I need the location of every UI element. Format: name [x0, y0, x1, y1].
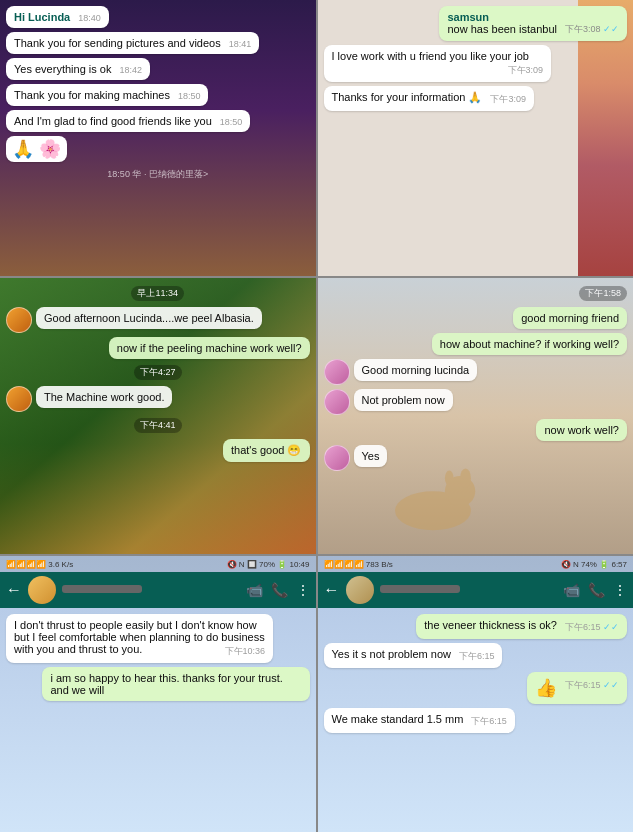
msg-love-work: I love work with u friend you like your …	[324, 45, 552, 82]
msg-good-afternoon-wrap: Good afternoon Lucinda....we peel Albasi…	[6, 307, 310, 333]
cell-bottomleft: 📶📶📶📶 3.6 K/s 🔇 N 🔲 70% 🔋 10:49 ← 📹 📞 ⋮ I…	[0, 556, 316, 832]
timestamp-441: 下午4:41	[134, 418, 182, 433]
msg-thumb-emoji: 👍 下午6:15 ✓✓	[527, 672, 627, 704]
msg-peeling-question: now if the peeling machine work well?	[109, 337, 310, 359]
timestamp-morning: 早上11:34	[131, 286, 184, 301]
phone-icon-6[interactable]: 📞	[588, 582, 605, 598]
status-left-6: 📶📶📶📶 783 B/s	[324, 560, 393, 569]
msg-emoji: 🙏 🌸	[6, 136, 67, 162]
msg-not-problem-wrap: Not problem now	[324, 389, 628, 415]
msg-good-morning-friend: good morning friend	[513, 307, 627, 329]
cell-topright: samsun now has been istanbul 下午3:08 ✓✓ I…	[318, 0, 634, 276]
time-4: 18:50	[178, 91, 201, 101]
cell-middleleft: 早上11:34 Good afternoon Lucinda....we pee…	[0, 278, 316, 554]
msg-now-work-well: now work well?	[536, 419, 627, 441]
time-istanbul: 下午3:08 ✓✓	[565, 23, 619, 36]
cell-middleright: 下午1:58 good morning friend how about mac…	[318, 278, 634, 554]
msg-thanks-info: Thanks for your information 🙏 下午3:09	[324, 86, 534, 111]
contact-name-blur-6	[380, 585, 460, 593]
chat-body-6: the veneer thickness is ok? 下午6:15 ✓✓ Ye…	[318, 608, 634, 832]
phone-icon-5[interactable]: 📞	[271, 582, 288, 598]
main-grid: Hi Lucinda 18:40 Thank you for sending p…	[0, 0, 633, 832]
msg-text-2: Yes everything is ok	[14, 63, 111, 75]
cell-bottomright: 📶📶📶📶 783 B/s 🔇 N 74% 🔋 6:57 ← 📹 📞 ⋮ the …	[318, 556, 634, 832]
chat-area-2: samsun now has been istanbul 下午3:08 ✓✓ I…	[318, 0, 634, 115]
chat-header-5[interactable]: ← 📹 📞 ⋮	[0, 572, 316, 608]
msg-how-machine: how about machine? if working well?	[432, 333, 627, 355]
msg-machine-good: The Machine work good.	[36, 386, 172, 408]
timestamp-427: 下午4:27	[134, 365, 182, 380]
status-right-5: 🔇 N 🔲 70% 🔋 10:49	[227, 560, 310, 569]
msg-yes-wrap: Yes	[324, 445, 628, 471]
msg-hi-lucinda: Hi Lucinda 18:40	[6, 6, 109, 28]
avatar-4b	[324, 389, 350, 415]
chat-body-5: I don't thrust to people easily but I do…	[0, 608, 316, 832]
msg-samsun: samsun now has been istanbul 下午3:08 ✓✓	[439, 6, 627, 41]
contact-info-5	[62, 585, 240, 596]
contact-avatar-5	[28, 576, 56, 604]
chat-area-4: 下午1:58 good morning friend how about mac…	[318, 278, 634, 475]
msg-thrust: I don't thrust to people easily but I do…	[6, 614, 273, 663]
timestamp-158: 下午1:58	[579, 286, 627, 301]
contact-name-blur-5	[62, 585, 142, 593]
time-5: 18:50	[220, 117, 243, 127]
msg-veneer-thickness: the veneer thickness is ok? 下午6:15 ✓✓	[416, 614, 627, 639]
menu-icon-6[interactable]: ⋮	[613, 582, 627, 598]
header-actions-6[interactable]: 📹 📞 ⋮	[563, 582, 627, 598]
msg-yes-not-problem: Yes it s not problem now 下午6:15	[324, 643, 503, 668]
status-bar-6: 📶📶📶📶 783 B/s 🔇 N 74% 🔋 6:57	[318, 556, 634, 572]
menu-icon-5[interactable]: ⋮	[296, 582, 310, 598]
msg-text-3: Thank you for making machines	[14, 89, 170, 101]
avatar-3	[6, 307, 32, 333]
contact-info-6	[380, 585, 558, 596]
msg-happy-hear: i am so happy to hear this. thanks for y…	[42, 667, 309, 701]
back-button-6[interactable]: ←	[324, 581, 340, 599]
video-icon-5[interactable]: 📹	[246, 582, 263, 598]
avatar-4c	[324, 445, 350, 471]
msg-thank-pictures: Thank you for sending pictures and video…	[6, 32, 259, 54]
msg-good-morning-lucinda: Good morning lucinda	[354, 359, 478, 381]
status-bar-5: 📶📶📶📶 3.6 K/s 🔇 N 🔲 70% 🔋 10:49	[0, 556, 316, 572]
chat-area-1: Hi Lucinda 18:40 Thank you for sending p…	[0, 0, 316, 276]
msg-istanbul: now has been istanbul	[447, 23, 556, 35]
chat-area-3: 早上11:34 Good afternoon Lucinda....we pee…	[0, 278, 316, 554]
footer-location: 18:50 华 · 巴纳德的里落>	[6, 168, 310, 181]
time-1: 18:40	[78, 13, 101, 23]
avatar-4	[324, 359, 350, 385]
msg-good-afternoon: Good afternoon Lucinda....we peel Albasi…	[36, 307, 262, 329]
msg-thats-good: that's good 😁	[223, 439, 310, 462]
msg-text-1: Thank you for sending pictures and video…	[14, 37, 221, 49]
time-2: 18:41	[229, 39, 252, 49]
video-icon-6[interactable]: 📹	[563, 582, 580, 598]
cell-topleft: Hi Lucinda 18:40 Thank you for sending p…	[0, 0, 316, 276]
msg-text-4: And I'm glad to find good friends like y…	[14, 115, 212, 127]
msg-machine-good-wrap: The Machine work good.	[6, 386, 310, 412]
sender-name-1: Hi Lucinda	[14, 11, 70, 23]
msg-thank-machines: Thank you for making machines 18:50	[6, 84, 208, 106]
time-3: 18:42	[119, 65, 142, 75]
back-button-5[interactable]: ←	[6, 581, 22, 599]
msg-glad-friends: And I'm glad to find good friends like y…	[6, 110, 250, 132]
emoji-text: 🙏 🌸	[12, 139, 61, 159]
header-actions-5[interactable]: 📹 📞 ⋮	[246, 582, 310, 598]
contact-avatar-6	[346, 576, 374, 604]
msg-not-problem: Not problem now	[354, 389, 453, 411]
msg-yes: Yes	[354, 445, 388, 467]
msg-standard-1-5mm: We make standard 1.5 mm 下午6:15	[324, 708, 515, 733]
sender-samsun: samsun	[447, 11, 619, 23]
status-right-6: 🔇 N 74% 🔋 6:57	[561, 560, 627, 569]
msg-yes-ok: Yes everything is ok 18:42	[6, 58, 150, 80]
msg-good-morning-lucinda-wrap: Good morning lucinda	[324, 359, 628, 385]
avatar-3b	[6, 386, 32, 412]
chat-header-6[interactable]: ← 📹 📞 ⋮	[318, 572, 634, 608]
status-left-5: 📶📶📶📶 3.6 K/s	[6, 560, 73, 569]
